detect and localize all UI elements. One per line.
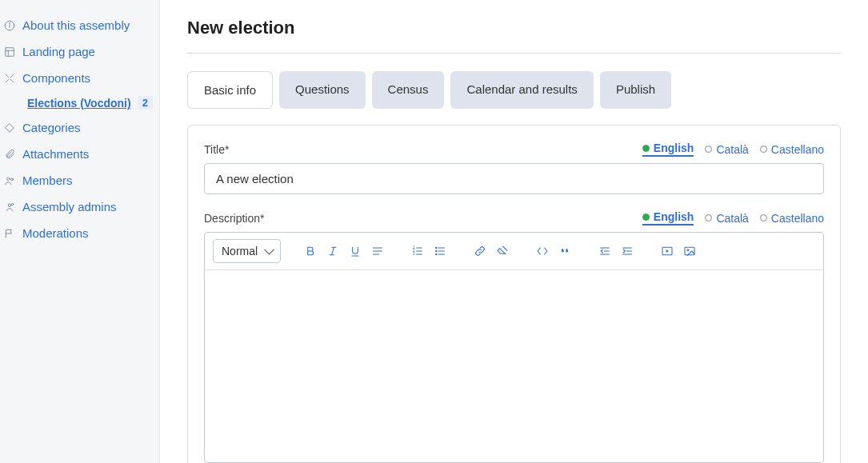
sidebar-item-label: About this assembly xyxy=(22,18,130,32)
svg-point-7 xyxy=(10,178,13,180)
lang-label: Català xyxy=(716,212,748,225)
flag-icon xyxy=(3,227,16,240)
title-field: Title* English Català Castellano xyxy=(204,142,824,194)
style-select[interactable]: Normal xyxy=(213,239,281,263)
bold-icon[interactable] xyxy=(300,241,321,261)
lang-label: English xyxy=(654,142,694,154)
italic-icon[interactable] xyxy=(322,241,343,261)
sidebar-item-moderations[interactable]: Moderations xyxy=(0,220,159,246)
svg-line-10 xyxy=(332,247,334,254)
link-group xyxy=(470,241,513,261)
sidebar-item-label: Landing page xyxy=(22,45,95,58)
svg-point-9 xyxy=(11,203,13,205)
description-field: Description* English Català Castellano N… xyxy=(204,210,824,463)
sidebar-item-admins[interactable]: Assembly admins xyxy=(0,194,159,220)
sidebar: About this assembly Landing page Compone… xyxy=(0,0,160,463)
tab-label: Questions xyxy=(295,82,350,96)
sidebar-sub-elections[interactable]: Elections (Vocdoni) 2 xyxy=(0,91,159,114)
sidebar-item-attachments[interactable]: Attachments xyxy=(0,141,159,167)
users-icon xyxy=(3,174,16,187)
indent-icon[interactable] xyxy=(617,241,638,261)
lang-english[interactable]: English xyxy=(642,210,694,226)
sidebar-item-components[interactable]: Components xyxy=(0,65,159,91)
sidebar-item-categories[interactable]: Categories xyxy=(0,114,159,141)
title-input[interactable] xyxy=(204,163,824,194)
language-tabs-title: English Català Castellano xyxy=(642,142,824,157)
lang-label: Castellano xyxy=(771,212,824,225)
lang-catala[interactable]: Català xyxy=(705,210,748,226)
page-title: New election xyxy=(187,18,841,38)
sidebar-item-members[interactable]: Members xyxy=(0,167,159,194)
description-label: Description* xyxy=(204,212,264,225)
code-group xyxy=(532,241,575,261)
outdent-icon[interactable] xyxy=(594,241,615,261)
form-panel: Title* English Català Castellano Descrip… xyxy=(187,125,841,463)
unordered-list-icon[interactable] xyxy=(430,241,450,261)
align-icon[interactable] xyxy=(367,241,388,261)
svg-point-27 xyxy=(436,250,437,251)
svg-point-6 xyxy=(7,177,10,180)
tab-label: Publish xyxy=(616,82,655,96)
info-icon xyxy=(3,19,16,32)
tab-basic-info[interactable]: Basic info xyxy=(187,71,273,109)
status-dot-icon xyxy=(760,214,767,222)
underline-icon[interactable] xyxy=(345,241,366,261)
indent-group xyxy=(594,241,638,261)
style-select-label: Normal xyxy=(222,245,258,257)
svg-rect-3 xyxy=(6,47,14,56)
list-group: 123 xyxy=(407,241,450,261)
title-label: Title* xyxy=(204,143,229,156)
paperclip-icon xyxy=(3,148,16,161)
sidebar-item-label: Attachments xyxy=(22,147,89,161)
divider xyxy=(187,53,841,54)
tab-publish[interactable]: Publish xyxy=(600,71,671,109)
sidebar-item-about[interactable]: About this assembly xyxy=(0,12,159,38)
lang-castellano[interactable]: Castellano xyxy=(760,142,824,157)
media-group xyxy=(657,241,700,261)
status-dot-icon xyxy=(705,214,712,222)
layout-icon xyxy=(3,46,16,58)
code-icon[interactable] xyxy=(532,241,553,261)
svg-point-28 xyxy=(436,253,437,254)
format-group xyxy=(300,241,388,261)
sidebar-sub-link[interactable]: Elections (Vocdoni) xyxy=(27,97,131,110)
sidebar-item-label: Assembly admins xyxy=(22,200,117,214)
status-dot-icon xyxy=(760,146,767,153)
svg-marker-36 xyxy=(666,249,669,253)
rich-text-editor: Normal 123 xyxy=(204,232,824,463)
tab-label: Basic info xyxy=(204,83,256,97)
link-icon[interactable] xyxy=(470,241,490,261)
svg-point-8 xyxy=(8,203,11,206)
image-icon[interactable] xyxy=(679,241,700,261)
lang-label: Català xyxy=(716,143,748,156)
field-head: Title* English Català Castellano xyxy=(204,142,824,157)
puzzle-icon xyxy=(3,72,16,85)
language-tabs-description: English Català Castellano xyxy=(642,210,824,226)
tag-icon xyxy=(3,122,16,134)
lang-catala[interactable]: Català xyxy=(705,142,748,157)
description-input[interactable] xyxy=(205,270,823,462)
lang-english[interactable]: English xyxy=(642,142,694,157)
quote-icon[interactable] xyxy=(554,241,575,261)
lang-label: Castellano xyxy=(771,143,824,156)
lang-label: English xyxy=(654,210,694,223)
tabs: Basic info Questions Census Calendar and… xyxy=(187,71,841,109)
eraser-icon[interactable] xyxy=(492,241,513,261)
sidebar-item-label: Components xyxy=(22,71,90,85)
sidebar-item-label: Members xyxy=(22,174,73,187)
tab-census[interactable]: Census xyxy=(372,71,445,109)
sidebar-item-landing[interactable]: Landing page xyxy=(0,38,159,65)
video-icon[interactable] xyxy=(657,241,678,261)
tab-label: Census xyxy=(388,82,429,96)
admin-icon xyxy=(3,201,16,214)
tab-calendar[interactable]: Calendar and results xyxy=(450,71,593,109)
sidebar-item-label: Categories xyxy=(22,121,81,134)
tab-questions[interactable]: Questions xyxy=(279,71,366,109)
status-dot-icon xyxy=(642,145,650,152)
ordered-list-icon[interactable]: 123 xyxy=(407,241,428,261)
sidebar-item-label: Moderations xyxy=(22,226,89,240)
status-dot-icon xyxy=(705,146,712,153)
svg-point-2 xyxy=(10,22,10,23)
svg-point-26 xyxy=(436,247,437,248)
lang-castellano[interactable]: Castellano xyxy=(760,210,824,226)
